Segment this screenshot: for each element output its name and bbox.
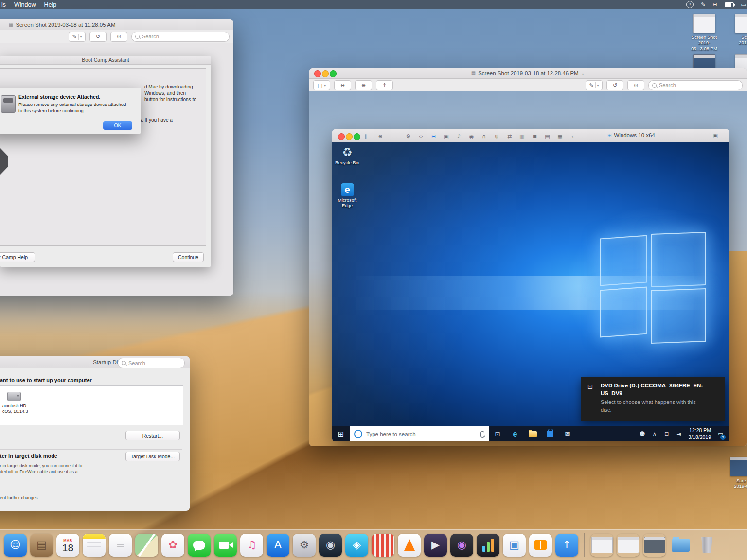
store-button[interactable] [541,426,559,441]
vm-prev-icon[interactable]: ‹ [569,133,576,140]
dock-item-vlc[interactable] [398,534,421,557]
startup-search-input[interactable]: Search [118,358,185,368]
sidebar-toggle-button[interactable]: ◫ ▾ [313,80,330,90]
dock-item-vmware-fusion[interactable]: ◈ [345,534,368,557]
dock-item-image-viewer[interactable]: ▣ [503,534,526,557]
dock-item-messages[interactable] [188,534,211,557]
markup-toolbar-button[interactable]: ⊙ [627,80,644,90]
preview3-titlebar[interactable]: ▦ Screen Shot 2019-03-18 at 12.28.46 PM … [309,68,747,79]
dock-item-app-store[interactable]: A [267,534,289,557]
windows-search-box[interactable]: Type here to search [350,426,489,441]
network-tray-icon[interactable]: ⊟ [660,426,673,441]
dock-item-photos[interactable]: ✿ [161,534,184,557]
start-button[interactable]: ⊞ [332,426,350,441]
display-status-icon[interactable]: ▭ [741,1,746,8]
desktop-file-screenshot-5[interactable]: Scre2019-0 [728,457,747,489]
vm-display-icon[interactable]: ▥ [519,133,525,140]
dock-item-itunes[interactable]: ♫ [240,534,263,557]
vm-audio-icon[interactable]: ♪ [456,133,462,140]
people-tray-button[interactable]: ☻ [636,426,648,441]
volume-tray-icon[interactable]: ◄ [673,426,685,441]
microsoft-edge-icon[interactable]: e Microsoft Edge [333,183,361,209]
action-center-button[interactable]: ▭ 2 [714,426,727,441]
edge-taskbar-button[interactable]: e [506,426,524,441]
dock-item-final-cut-pro[interactable]: ◉ [450,534,473,557]
menu-item-window[interactable]: Window [14,1,36,8]
vm-usb-icon[interactable]: ψ [494,133,500,140]
dock-item-system-preferences[interactable]: ⚙ [293,534,316,557]
vm-network-icon[interactable]: ⇄ [506,133,513,140]
task-view-button[interactable]: ⊡ [489,426,506,441]
target-disk-mode-button[interactable]: Target Disk Mode... [125,452,180,461]
show-desktop-button[interactable] [727,426,729,441]
vm-fullscreen-icon[interactable]: ▣ [713,132,718,139]
bootcamp-continue-button[interactable]: Continue [173,252,204,262]
startup-titlebar[interactable]: Startup Disk Search [0,356,190,368]
dock-item-reminders[interactable]: ≡ [109,534,132,557]
dock-item-trash[interactable] [695,534,718,557]
taskbar-clock[interactable]: 12:28 PM 3/18/2019 [685,426,714,441]
markup-pencil-button[interactable]: ✎ ▾ [69,32,86,42]
battery-status-icon[interactable] [725,2,734,7]
zoom-in-button[interactable]: ⊕ [355,80,372,90]
vm-expand-icon[interactable]: ▦ [557,133,563,140]
recycle-bin-icon[interactable]: ♻ Recycle Bin [333,145,361,166]
help-circle-icon[interactable]: ? [686,1,694,8]
minimize-button[interactable] [322,70,329,77]
vm-pause-button[interactable]: ∥ [360,132,371,140]
dock-item-minimized-window-1[interactable] [590,534,613,557]
dock-item-media-player[interactable]: ▶ [424,534,447,557]
vm-minimize-button[interactable] [346,133,353,140]
share-button[interactable]: ↥ [376,80,393,90]
zoom-out-button[interactable]: ⊖ [334,80,351,90]
vm-camera-icon[interactable]: ◉ [468,133,475,140]
markup-pencil-button[interactable]: ✎ ▾ [586,80,603,90]
microphone-icon[interactable] [480,431,484,437]
vm-disk-icon[interactable]: ▣ [443,133,449,140]
search-input[interactable]: Search [131,32,230,42]
dock-item-notes[interactable] [83,534,106,557]
dock-item-minimized-window-2[interactable] [617,534,640,557]
menu-item-help[interactable]: Help [44,1,57,8]
file-explorer-button[interactable] [524,426,541,441]
desktop-file-screenshot-2[interactable]: Scre2019-0 [732,14,747,46]
vm-printer-icon[interactable]: ⊟ [430,133,437,140]
vm-zoom-button[interactable] [354,133,360,140]
title-chevron-icon[interactable]: ⌄ [581,71,585,76]
zoom-button[interactable] [330,70,337,77]
vm-snapshot-button[interactable]: ⊕ [375,132,386,140]
desktop-file-screenshot-1[interactable]: Screen Shot2019-03...3.08 PM [691,14,718,51]
dock-item-calendar[interactable]: MAR18 [56,534,79,557]
close-button[interactable] [314,70,321,77]
vm-settings-icon[interactable]: ⚙ [405,133,411,140]
markup-toolbar-button[interactable]: ⊙ [110,32,127,42]
vm-titlebar[interactable]: ∥ ⊕ ⚙‹›⊟▣♪◉∩ψ⇄▥≡▤▦‹ ⊞ Windows 10 x64 ▣ [332,129,729,143]
tray-chevron-button[interactable]: ∧ [648,426,660,441]
dock-item-finder[interactable]: ☺ [4,534,27,557]
menu-item-ls[interactable]: ls [1,1,6,8]
mail-button[interactable]: ✉ [559,426,576,441]
search-input[interactable]: Search [648,80,743,90]
startup-disk-list[interactable]: acintosh HD cOS, 10.14.3 [0,385,183,425]
vm-close-button[interactable] [338,133,345,140]
dock-item-books[interactable] [529,534,552,557]
restart-button[interactable]: Restart... [125,431,180,440]
vm-card-icon[interactable]: ▤ [544,133,551,140]
dock-item-chart-app[interactable] [477,534,499,557]
rotate-button[interactable]: ↺ [89,32,107,42]
ok-button[interactable]: OK [103,121,132,130]
dock-item-send-app[interactable]: ↑ [555,534,578,557]
preview1-titlebar[interactable]: ▦ Screen Shot 2019-03-18 at 11.28.05 AM [0,19,233,30]
dock-item-minimized-window-3[interactable] [643,534,666,557]
vm-list-icon[interactable]: ≡ [532,133,538,140]
dvd-notification-toast[interactable]: ⊡ DVD Drive (D:) CCCOMA_X64FRE_EN- US_DV… [581,377,725,421]
vm-code-icon[interactable]: ‹› [418,133,424,140]
printer-status-icon[interactable]: ⊟ [712,1,717,8]
dock-item-facetime[interactable] [214,534,237,557]
markup-status-icon[interactable]: ✎ [701,1,705,8]
vm-headset-icon[interactable]: ∩ [481,133,487,140]
rotate-button[interactable]: ↺ [606,80,623,90]
bootcamp-help-button[interactable]: ot Camp Help [0,252,35,262]
dock-item-contacts[interactable]: ▤ [30,534,53,557]
dock-item-downloads-folder[interactable] [669,534,692,557]
